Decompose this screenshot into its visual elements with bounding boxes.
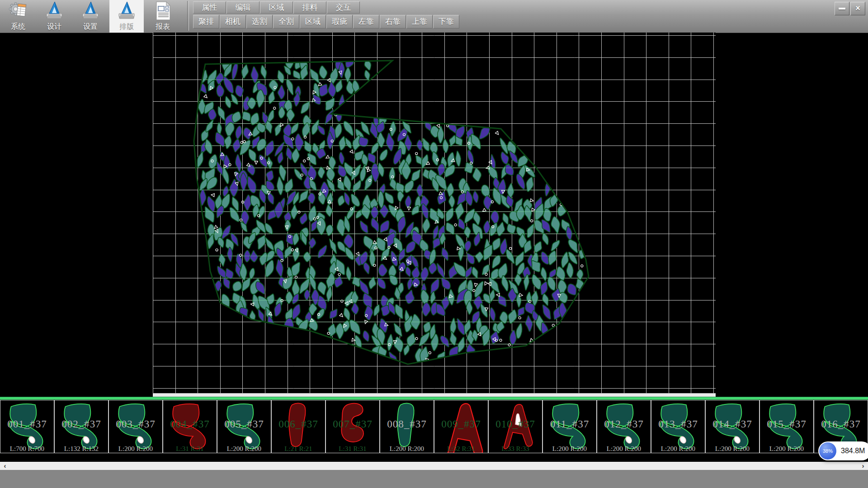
piece-id-label: 012_#37 — [597, 418, 651, 430]
action-button-瑕疵[interactable]: 瑕疵 — [326, 15, 353, 28]
piece-thumbnail-strip: 001_#37 L:700 R:700 002_#37 L:132 R:132 … — [0, 400, 868, 453]
piece-count-label: L:200 R:200 — [651, 445, 705, 453]
scroll-right-arrow[interactable]: › — [859, 462, 867, 470]
piece-count-label: L:200 R:200 — [597, 445, 651, 453]
piece-thumbnail-009_#37[interactable]: 009_#37 L:32 R:31 — [434, 400, 488, 453]
piece-id-label: 008_#37 — [380, 418, 434, 430]
memory-usage-value: 384.8M — [837, 447, 868, 455]
piece-id-label: 001_#37 — [0, 418, 54, 430]
piece-count-label: L:33 R:33 — [489, 445, 542, 453]
piece-count-label: L:200 R:200 — [543, 445, 596, 453]
action-button-右靠[interactable]: 右靠 — [380, 15, 406, 28]
piece-id-label: 005_#37 — [217, 418, 271, 430]
strip-accent-line — [0, 397, 868, 400]
close-icon: × — [855, 4, 860, 13]
piece-thumbnail-014_#37[interactable]: 014_#37 L:200 R:200 — [705, 400, 760, 453]
piece-id-label: 010_#37 — [489, 418, 542, 430]
piece-count-label: L:21 R:21 — [272, 445, 325, 453]
tab-属性[interactable]: 属性 — [193, 1, 226, 14]
tab-排料[interactable]: 排料 — [293, 1, 326, 14]
piece-count-label: L:200 R:200 — [706, 445, 759, 453]
action-button-相机[interactable]: 相机 — [220, 15, 246, 28]
action-button-聚排[interactable]: 聚排 — [193, 15, 219, 28]
piece-thumbnail-008_#37[interactable]: 008_#37 L:200 R:200 — [380, 400, 434, 453]
action-button-上靠[interactable]: 上靠 — [406, 15, 433, 28]
piece-thumbnail-015_#37[interactable]: 015_#37 L:200 R:200 — [760, 400, 814, 453]
piece-thumbnail-003_#37[interactable]: 003_#37 L:200 R:200 — [108, 400, 163, 453]
action-button-左靠[interactable]: 左靠 — [353, 15, 379, 28]
minimize-button[interactable] — [835, 2, 849, 15]
piece-thumbnail-007_#37[interactable]: 007_#37 L:31 R:31 — [326, 400, 380, 453]
main-button-label: 设置 — [73, 22, 108, 32]
toolbar-divider — [187, 1, 189, 31]
piece-id-label: 009_#37 — [434, 418, 488, 430]
set-square-icon — [45, 1, 63, 21]
piece-count-label: L:200 R:200 — [217, 445, 271, 453]
piece-count-label: L:31 R:31 — [163, 445, 217, 453]
window-bottom-frame — [0, 470, 868, 488]
minimize-icon — [839, 8, 845, 9]
main-button-system[interactable]: 系统 — [1, 0, 35, 33]
main-button-settings[interactable]: 设置 — [73, 0, 108, 33]
system-gear-icon — [8, 1, 28, 21]
piece-thumbnail-011_#37[interactable]: 011_#37 L:200 R:200 — [542, 400, 597, 453]
report-doc-icon — [154, 1, 172, 21]
piece-thumbnail-005_#37[interactable]: 005_#37 L:200 R:200 — [217, 400, 271, 453]
scroll-left-arrow[interactable]: ‹ — [1, 462, 9, 470]
main-button-label: 设计 — [37, 22, 71, 32]
tab-交互[interactable]: 交互 — [327, 1, 360, 14]
piece-count-label: L:132 R:132 — [55, 445, 108, 453]
main-button-label: 排版 — [109, 22, 144, 32]
action-button-下靠[interactable]: 下靠 — [433, 15, 459, 28]
piece-id-label: 013_#37 — [651, 418, 705, 430]
action-button-选割[interactable]: 选割 — [246, 15, 273, 28]
main-button-report[interactable]: 报表 — [146, 0, 180, 33]
piece-id-label: 002_#37 — [55, 418, 108, 430]
main-button-label: 系统 — [1, 22, 35, 32]
piece-count-label: L:200 R:200 — [380, 445, 434, 453]
main-button-label: 报表 — [146, 22, 180, 32]
piece-id-label: 007_#37 — [326, 418, 379, 430]
piece-count-label: L:31 R:31 — [326, 445, 379, 453]
memory-usage-badge[interactable]: 38% 384.8M — [818, 441, 868, 460]
tab-编辑[interactable]: 编辑 — [226, 1, 259, 14]
piece-id-label: 006_#37 — [272, 418, 325, 430]
main-button-layout[interactable]: 排版 — [109, 0, 144, 33]
piece-thumbnail-010_#37[interactable]: 010_#37 L:33 R:33 — [488, 400, 542, 453]
piece-count-label: L:32 R:31 — [434, 445, 488, 453]
action-button-全割[interactable]: 全割 — [273, 15, 299, 28]
nesting-canvas[interactable] — [153, 33, 716, 393]
piece-count-label: L:700 R:700 — [0, 445, 54, 453]
cpu-percent-indicator: 38% — [819, 442, 836, 460]
close-button[interactable]: × — [850, 2, 865, 15]
toolbar: 系统 设计 设置 排版 报表 属性编辑区域排料交互 聚排相机选割全割区域瑕疵左靠… — [0, 0, 868, 33]
piece-id-label: 014_#37 — [706, 418, 759, 430]
piece-thumbnail-012_#37[interactable]: 012_#37 L:200 R:200 — [597, 400, 651, 453]
window-horizontal-scrollbar[interactable]: ‹ › — [0, 462, 868, 470]
set-square-icon — [118, 1, 136, 21]
piece-id-label: 011_#37 — [543, 418, 596, 430]
piece-id-label: 004_#37 — [163, 418, 217, 430]
piece-id-label: 003_#37 — [109, 418, 162, 430]
piece-thumbnail-013_#37[interactable]: 013_#37 L:200 R:200 — [651, 400, 705, 453]
piece-thumbnail-002_#37[interactable]: 002_#37 L:132 R:132 — [54, 400, 108, 453]
piece-thumbnail-006_#37[interactable]: 006_#37 L:21 R:21 — [271, 400, 326, 453]
application-window: 系统 设计 设置 排版 报表 属性编辑区域排料交互 聚排相机选割全割区域瑕疵左靠… — [0, 0, 868, 488]
piece-count-label: L:200 R:200 — [109, 445, 162, 453]
main-button-design[interactable]: 设计 — [37, 0, 71, 33]
piece-thumbnail-001_#37[interactable]: 001_#37 L:700 R:700 — [0, 400, 54, 453]
action-button-区域[interactable]: 区域 — [300, 15, 326, 28]
piece-thumbnail-004_#37[interactable]: 004_#37 L:31 R:31 — [163, 400, 217, 453]
piece-count-label: L:200 R:200 — [760, 445, 813, 453]
piece-id-label: 015_#37 — [760, 418, 813, 430]
piece-id-label: 016_#37 — [814, 418, 868, 430]
set-square-icon — [81, 1, 99, 21]
tab-区域[interactable]: 区域 — [260, 1, 293, 14]
